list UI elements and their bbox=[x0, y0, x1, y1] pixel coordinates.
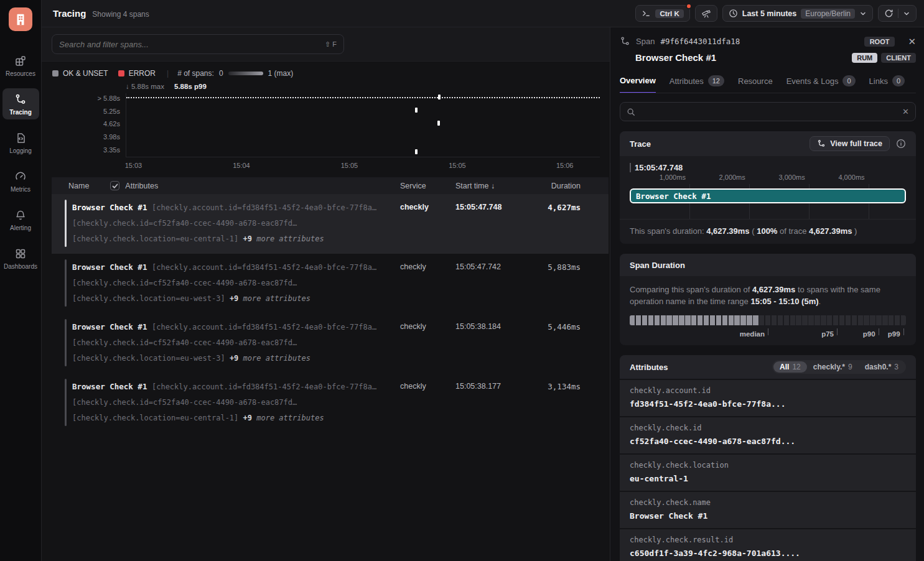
span-icon bbox=[620, 36, 630, 47]
span-data-point[interactable] bbox=[437, 121, 440, 126]
close-panel-icon[interactable]: ✕ bbox=[908, 37, 916, 46]
attribute-filter-pill[interactable]: All 12 bbox=[773, 361, 807, 373]
pill-count: 9 bbox=[848, 363, 852, 371]
span-data-point[interactable] bbox=[438, 95, 441, 100]
trace-time-axis: 1,000ms2,000ms3,000ms4,000ms bbox=[630, 174, 906, 184]
legend-item[interactable]: OK & UNSET bbox=[52, 69, 108, 78]
panel-tab[interactable]: Links 0 bbox=[869, 75, 905, 93]
max-annotation: ↓ 5.88s max bbox=[126, 83, 164, 90]
panel-tab[interactable]: Resource bbox=[738, 75, 773, 93]
time-range-picker[interactable]: Last 5 minutes Europe/Berlin bbox=[722, 5, 873, 22]
attribute-row[interactable]: checkly.check.name Browser Check #1 bbox=[620, 491, 916, 528]
sidebar-item-metrics[interactable]: Metrics bbox=[2, 165, 39, 197]
span-table-row[interactable]: Browser Check #1 [checkly.account.id=fd3… bbox=[52, 313, 609, 373]
trace-axis-tick: 4,000ms bbox=[838, 174, 868, 181]
view-full-trace-button[interactable]: View full trace bbox=[810, 136, 890, 151]
telescope-button[interactable] bbox=[695, 5, 717, 22]
span-duration-heading: Span Duration bbox=[630, 261, 685, 270]
divider: | bbox=[167, 69, 169, 78]
clear-search-icon[interactable]: ✕ bbox=[902, 107, 909, 116]
app-logo[interactable] bbox=[9, 7, 32, 31]
column-attributes[interactable]: Attributes bbox=[125, 182, 158, 190]
attribute-row[interactable]: checkly.account.id fd384f51-45f2-4ea0-bf… bbox=[620, 379, 916, 416]
panel-tab[interactable]: Events & Logs 0 bbox=[786, 75, 856, 93]
histogram-segment bbox=[673, 315, 678, 325]
legend-item[interactable]: ERROR bbox=[118, 69, 156, 78]
sidebar-item-label: Tracing bbox=[9, 109, 32, 116]
histogram-segment bbox=[852, 315, 857, 325]
x-axis-tick: 15:04 bbox=[233, 162, 250, 169]
panel-search-box[interactable]: ✕ bbox=[620, 102, 916, 121]
span-table-row[interactable]: Browser Check #1 [checkly.account.id=fd3… bbox=[52, 194, 609, 254]
column-name[interactable]: Name bbox=[52, 182, 89, 190]
attribute-row[interactable]: checkly.check.location eu-central-1 bbox=[620, 453, 916, 491]
panel-tab[interactable]: Attributes 12 bbox=[670, 75, 724, 93]
span-duration-card: Span Duration Comparing this span's dura… bbox=[620, 254, 916, 345]
tab-count-badge: 0 bbox=[892, 75, 905, 86]
histogram-segment bbox=[846, 315, 851, 325]
pill-count: 3 bbox=[894, 363, 898, 371]
more-attributes-count: +9 bbox=[243, 234, 252, 243]
histogram-segment bbox=[716, 315, 721, 325]
refresh-button[interactable] bbox=[878, 5, 917, 22]
span-title: Browser Check #1 bbox=[635, 52, 716, 63]
span-table-row[interactable]: Browser Check #1 [checkly.account.id=fd3… bbox=[52, 373, 609, 433]
span-search-box[interactable]: ⇧ F bbox=[52, 34, 344, 54]
sidebar-item-logging[interactable]: Logging bbox=[2, 127, 39, 158]
percentile-tick bbox=[903, 328, 904, 335]
attribute-value: fd384f51-45f2-4ea0-bfce-77f8a... bbox=[630, 399, 906, 409]
pill-label: All bbox=[780, 363, 789, 371]
attribute-row[interactable]: checkly.check.result.id c650df1f-3a39-4f… bbox=[620, 528, 916, 561]
command-palette-button[interactable]: Ctrl K bbox=[635, 5, 689, 22]
start-time-cell: 15:05:47.742 bbox=[445, 259, 521, 275]
histogram-segment bbox=[666, 315, 671, 325]
more-attributes-label: more attributes bbox=[256, 414, 324, 422]
sidebar-item-dashboards[interactable]: Dashboards bbox=[2, 243, 39, 274]
attributes-checkbox[interactable] bbox=[110, 181, 119, 190]
y-axis-tick: 3.35s bbox=[50, 146, 120, 154]
duration-scatter-plot[interactable]: > 5.88s5.25s4.62s3.98s3.35s 15:0315:0415… bbox=[126, 93, 600, 157]
sidebar-item-alerting[interactable]: Alerting bbox=[2, 204, 39, 235]
legend-label: OK & UNSET bbox=[63, 69, 108, 78]
column-duration[interactable]: Duration bbox=[521, 182, 581, 190]
sidebar-item-resources[interactable]: Resources bbox=[2, 50, 39, 81]
span-attr-3: [checkly.check.location=eu-central-1] bbox=[72, 414, 238, 422]
x-axis-tick: 15:03 bbox=[125, 162, 142, 169]
sidebar: Resources Tracing Logging Metrics Alerti… bbox=[0, 0, 42, 561]
trace-total-duration: 4,627.39ms bbox=[809, 226, 852, 236]
trace-card: Trace View full trace 15:05:47.748 bbox=[620, 131, 916, 244]
y-axis-tick: 3.98s bbox=[50, 133, 120, 141]
histogram-segment bbox=[833, 315, 838, 325]
page-title: Tracing bbox=[53, 8, 86, 19]
histogram-segment bbox=[661, 315, 666, 325]
span-attr-3: [checkly.check.location=eu-central-1] bbox=[72, 234, 238, 243]
histogram-segment bbox=[740, 315, 745, 325]
more-attributes-label: more attributes bbox=[243, 354, 310, 363]
trace-span-bar[interactable]: Browser Check #1 bbox=[630, 188, 906, 203]
histogram-segment bbox=[710, 315, 715, 325]
histogram-segment bbox=[876, 315, 881, 325]
panel-search-input[interactable] bbox=[640, 107, 897, 116]
panel-tab[interactable]: Overview bbox=[620, 75, 656, 93]
y-axis-tick: > 5.88s bbox=[50, 95, 120, 102]
percentile-tick bbox=[768, 328, 768, 335]
bell-icon bbox=[14, 209, 27, 221]
column-service[interactable]: Service bbox=[390, 182, 445, 190]
start-time-cell: 15:05:38.184 bbox=[445, 319, 521, 335]
telescope-icon bbox=[701, 9, 711, 19]
histogram-segment bbox=[808, 315, 813, 325]
span-table-row[interactable]: Browser Check #1 [checkly.account.id=fd3… bbox=[52, 254, 609, 313]
attribute-filter-pill[interactable]: checkly.* 9 bbox=[807, 361, 859, 373]
attribute-row[interactable]: checkly.check.id cf52fa40-ccec-4490-a678… bbox=[620, 416, 916, 453]
attribute-key: checkly.account.id bbox=[630, 386, 906, 395]
span-search-input[interactable] bbox=[59, 40, 325, 49]
span-data-point[interactable] bbox=[415, 149, 418, 154]
sidebar-item-label: Logging bbox=[9, 147, 32, 154]
info-icon[interactable] bbox=[896, 139, 906, 149]
attribute-filter-pill[interactable]: dash0.* 3 bbox=[859, 361, 905, 373]
column-start-time[interactable]: Start time ↓ bbox=[445, 182, 521, 190]
sidebar-item-tracing[interactable]: Tracing bbox=[2, 88, 39, 119]
chevron-down-icon bbox=[859, 10, 867, 17]
span-data-point[interactable] bbox=[415, 108, 418, 113]
more-attributes-count: +9 bbox=[230, 354, 238, 363]
